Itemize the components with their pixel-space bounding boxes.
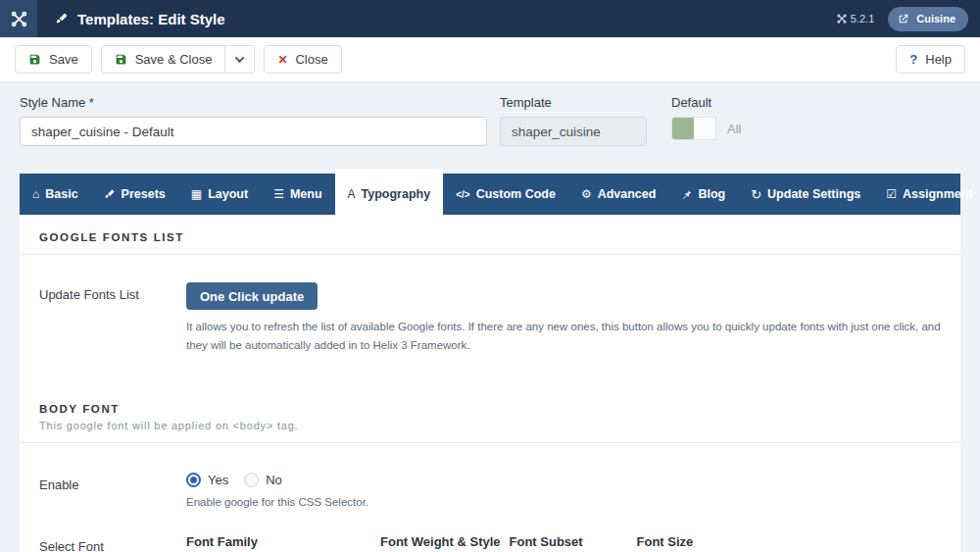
yes-label: Yes	[208, 473, 228, 487]
preview-button-label: Cuisine	[916, 13, 956, 25]
enable-description: Enable google for this CSS Selector.	[186, 493, 941, 512]
toggle-on-segment	[672, 118, 694, 139]
preview-template-button[interactable]: Cuisine	[888, 7, 968, 31]
tab-update-settings[interactable]: ↻Update Settings	[738, 174, 873, 215]
action-toolbar: Save Save & Close ✕ Close ? Help	[0, 37, 980, 82]
one-click-update-button[interactable]: One Click update	[186, 282, 318, 310]
body-font-heading: BODY FONT	[39, 403, 941, 415]
radio-option-no[interactable]: No	[244, 473, 282, 487]
font-family-label: Font Family	[186, 534, 371, 549]
tab-menu[interactable]: ☰Menu	[261, 174, 334, 215]
enable-label: Enable	[39, 473, 186, 512]
close-button-label: Close	[295, 52, 327, 67]
tab-label: Typography	[362, 187, 431, 201]
gear-icon: ⚙	[581, 187, 592, 201]
typography-panel: GOOGLE FONTS LIST Update Fonts List One …	[20, 215, 960, 552]
tab-layout[interactable]: ▦Layout	[178, 174, 261, 215]
template-readonly-input	[500, 117, 647, 146]
tab-label: Layout	[208, 187, 248, 201]
tab-basic[interactable]: ⌂Basic	[20, 174, 91, 215]
tab-custom-code[interactable]: </>Custom Code	[443, 174, 568, 215]
font-weight-label: Font Weight & Style	[380, 534, 501, 549]
help-question-icon: ?	[909, 52, 917, 67]
google-fonts-section-header: GOOGLE FONTS LIST	[20, 215, 960, 255]
tab-label: Advanced	[598, 187, 657, 201]
radio-unselected-icon	[244, 473, 259, 487]
tab-label: Custom Code	[476, 187, 556, 201]
tab-label: Basic	[45, 187, 77, 201]
pushpin-icon	[681, 189, 692, 200]
refresh-icon: ↻	[751, 187, 761, 202]
external-link-icon	[897, 13, 909, 25]
default-label: Default	[671, 95, 741, 110]
save-disk-icon	[115, 53, 127, 66]
save-button-label: Save	[49, 52, 78, 67]
joomla-version: 5.2.1	[837, 13, 874, 25]
save-options-dropdown-button[interactable]	[225, 45, 255, 74]
tab-label: Menu	[290, 187, 322, 201]
brush-icon	[104, 188, 116, 200]
save-close-button[interactable]: Save & Close	[101, 45, 226, 74]
enable-row: Enable Yes No Enable google for this CSS…	[20, 473, 960, 512]
template-label: Template	[500, 95, 647, 110]
tab-advanced[interactable]: ⚙Advanced	[568, 174, 669, 215]
radio-selected-icon	[186, 473, 201, 487]
style-form-header: Style Name * Template Default All	[0, 82, 980, 162]
close-x-icon: ✕	[277, 53, 287, 67]
default-state-label: All	[727, 122, 741, 136]
default-toggle[interactable]	[671, 117, 716, 140]
joomla-logo[interactable]	[0, 0, 37, 37]
select-font-label: Select Font	[39, 534, 186, 552]
letter-a-icon: A	[348, 187, 356, 201]
menu-list-icon: ☰	[273, 187, 284, 201]
tab-label: Blog	[698, 187, 725, 201]
tab-typography[interactable]: ATypography	[335, 169, 444, 215]
close-button[interactable]: ✕ Close	[264, 45, 341, 74]
code-icon: </>	[456, 189, 469, 200]
body-font-section-header: BODY FONT This google font will be appli…	[20, 386, 960, 443]
version-number: 5.2.1	[851, 13, 874, 25]
checkbox-icon: ☑	[886, 187, 897, 201]
home-icon: ⌂	[32, 187, 39, 201]
save-close-button-label: Save & Close	[135, 52, 213, 67]
body-font-subheading: This google font will be applied on <bod…	[39, 420, 941, 431]
style-name-label: Style Name *	[20, 95, 487, 110]
tab-label: Update Settings	[767, 187, 860, 201]
radio-option-yes[interactable]: Yes	[186, 473, 228, 487]
font-size-label: Font Size	[637, 534, 756, 549]
settings-tabbar: ⌂Basic Presets ▦Layout ☰Menu ATypography…	[20, 174, 960, 215]
help-button-label: Help	[925, 52, 952, 67]
joomla-mini-icon	[837, 14, 847, 24]
joomla-logo-icon	[11, 11, 27, 27]
style-name-input[interactable]	[20, 117, 487, 146]
chevron-down-icon	[235, 53, 245, 63]
save-button[interactable]: Save	[15, 45, 92, 74]
page-title: Templates: Edit Style	[77, 11, 225, 27]
tab-label: Assignment	[903, 187, 973, 201]
no-label: No	[266, 473, 282, 487]
update-fonts-description: It allows you to refresh the list of ava…	[186, 318, 941, 355]
layout-grid-icon: ▦	[191, 187, 202, 201]
help-button[interactable]: ? Help	[896, 45, 965, 74]
google-fonts-heading: GOOGLE FONTS LIST	[39, 231, 941, 243]
font-subset-label: Font Subset	[510, 534, 628, 549]
save-close-split-button: Save & Close	[101, 45, 256, 74]
admin-topbar: Templates: Edit Style 5.2.1 Cuisine	[0, 0, 980, 37]
update-fonts-row: Update Fonts List One Click update It al…	[20, 282, 960, 355]
tab-presets[interactable]: Presets	[91, 174, 178, 215]
brush-icon	[55, 12, 69, 25]
tab-blog[interactable]: Blog	[668, 174, 738, 215]
tab-assignment[interactable]: ☑Assignment	[873, 174, 980, 215]
tab-label: Presets	[122, 187, 166, 201]
enable-radio-group: Yes No	[186, 473, 941, 487]
select-font-row: Select Font Font Family Merriweather Set…	[20, 534, 960, 552]
update-fonts-label: Update Fonts List	[39, 282, 186, 355]
save-disk-icon	[28, 53, 41, 66]
